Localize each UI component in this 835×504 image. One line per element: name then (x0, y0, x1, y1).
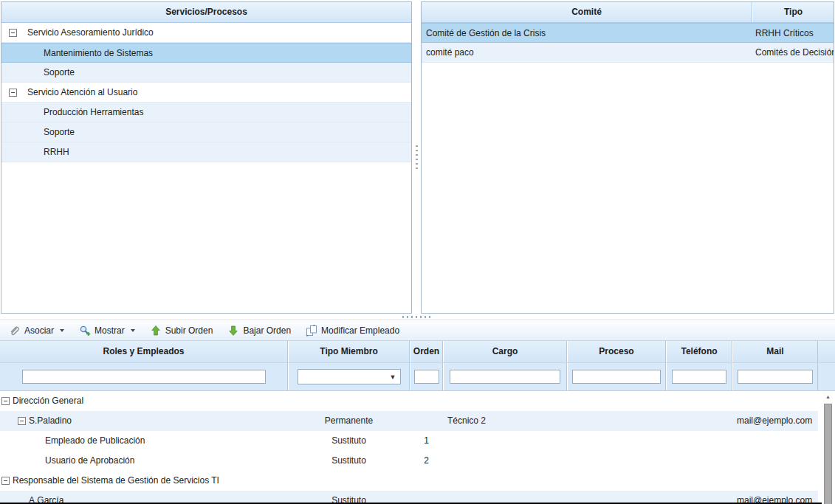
tree-item-label: RRHH (44, 142, 69, 162)
committee-table-header: Comité Tipo (422, 2, 834, 23)
cell-tipo: Comités de Decisión (752, 43, 834, 62)
tipo-miembro-filter-select[interactable]: ▼ (298, 369, 401, 384)
cell-telefono (666, 411, 732, 431)
roles-table-body: Dirección General S.Paladino Permanente (0, 391, 835, 504)
cell-tipo-miembro: Sustituto (288, 431, 410, 451)
cell-orden (410, 411, 443, 431)
services-panel-title: Servicios/Procesos (165, 7, 247, 17)
collapse-icon[interactable] (1, 397, 10, 405)
cell-role-name: Dirección General (13, 391, 83, 411)
cell-comite: comité paco (422, 43, 752, 62)
tree-item[interactable]: Soporte (1, 122, 411, 142)
mostrar-label: Mostrar (95, 325, 125, 336)
cell-telefono (666, 391, 732, 411)
scroll-thumb[interactable] (824, 404, 832, 504)
cell-tipo-miembro (288, 471, 410, 491)
tree-item-label: Mantenimiento de Sistemas (44, 44, 153, 63)
column-header-telefono[interactable]: Teléfono (666, 341, 732, 362)
cell-comite: Comité de Gestión de la Crisis (422, 24, 752, 42)
tree-item[interactable]: Producción Herramientas (1, 103, 411, 122)
table-row[interactable]: Dirección General (0, 391, 818, 411)
cell-role-name: S.Paladino (29, 411, 72, 431)
committee-row[interactable]: Comité de Gestión de la Crisis RRHH Crít… (422, 23, 834, 43)
select-caret-icon: ▼ (390, 373, 396, 381)
bajar-orden-button[interactable]: Bajar Orden (224, 323, 294, 338)
services-panel-header[interactable]: Servicios/Procesos (1, 2, 411, 23)
cargo-filter-input[interactable] (450, 370, 560, 384)
proceso-filter-input[interactable] (572, 370, 661, 384)
cell-proceso (567, 431, 666, 451)
column-header-tipo-miembro[interactable]: Tipo Miembro (288, 341, 410, 362)
column-header-spacer (818, 341, 835, 362)
cell-telefono (666, 431, 732, 451)
collapse-icon[interactable] (18, 417, 26, 425)
dropdown-caret-icon (131, 329, 135, 332)
table-row[interactable]: S.Paladino Permanente Técnico 2 mail@eje… (0, 411, 818, 431)
services-tree: Servicio Asesoramiento Jurídico Mantenim… (1, 23, 411, 162)
vertical-splitter[interactable] (412, 1, 421, 314)
cell-role-name: Empleado de Publicación (45, 431, 145, 451)
splitter-grip-icon (402, 316, 433, 318)
cell-proceso (567, 451, 666, 471)
cell-orden (410, 471, 443, 491)
modificar-empleado-button[interactable]: Modificar Empleado (303, 323, 402, 338)
column-header-comite[interactable]: Comité (422, 2, 752, 22)
column-header-mail[interactable]: Mail (732, 341, 818, 362)
column-header-orden[interactable]: Orden (410, 341, 443, 362)
cell-tipo-miembro (288, 391, 410, 411)
cell-tipo: RRHH Críticos (752, 24, 834, 42)
cell-tipo-miembro: Permanente (288, 411, 410, 431)
tree-item[interactable]: Servicio Asesoramiento Jurídico (1, 23, 411, 43)
cell-mail (732, 451, 818, 471)
tree-item-label: Servicio Atención al Usuario (27, 83, 137, 102)
tree-item[interactable]: Mantenimiento de Sistemas (1, 43, 411, 63)
vertical-scrollbar[interactable]: ▲ (822, 391, 834, 504)
cell-orden: 2 (410, 451, 443, 471)
cell-cargo (443, 451, 567, 471)
column-header-roles[interactable]: Roles y Empleados (0, 341, 288, 362)
cell-orden (410, 391, 443, 411)
committee-row[interactable]: comité paco Comités de Decisión (422, 43, 834, 63)
tree-item-label: Producción Herramientas (44, 103, 143, 122)
subir-orden-label: Subir Orden (165, 325, 213, 336)
table-row[interactable]: Empleado de Publicación Sustituto 1 (0, 431, 818, 451)
table-row[interactable]: Responsable del Sistema de Gestión de Se… (0, 471, 818, 491)
subir-orden-button[interactable]: Subir Orden (147, 323, 216, 338)
tree-item-label: Soporte (44, 63, 75, 82)
roles-table-header: Roles y Empleados Tipo Miembro Orden Car… (0, 341, 835, 363)
tree-item[interactable]: RRHH (1, 142, 411, 162)
collapse-icon[interactable] (9, 29, 17, 37)
mostrar-button[interactable]: Mostrar (76, 323, 138, 338)
orden-filter-input[interactable] (414, 370, 439, 384)
cell-proceso (567, 411, 666, 431)
mail-filter-input[interactable] (738, 370, 813, 384)
column-header-proceso[interactable]: Proceso (567, 341, 666, 362)
top-panels: Servicios/Procesos Servicio Asesoramient… (0, 0, 835, 314)
collapse-icon[interactable] (9, 89, 17, 97)
column-header-tipo[interactable]: Tipo (752, 2, 834, 22)
paperclip-icon (9, 325, 21, 336)
dropdown-caret-icon (60, 329, 64, 332)
arrow-up-icon (150, 325, 162, 336)
cell-mail: mail@ejemplo.com (732, 411, 818, 431)
horizontal-splitter[interactable] (0, 314, 835, 320)
cell-mail (732, 471, 818, 491)
cell-proceso (567, 391, 666, 411)
table-row[interactable]: Usuario de Aprobación Sustituto 2 (0, 451, 818, 471)
roles-filter-input[interactable] (22, 370, 266, 384)
telefono-filter-input[interactable] (672, 370, 726, 384)
tree-item[interactable]: Soporte (1, 63, 411, 83)
asociar-button[interactable]: Asociar (6, 323, 67, 338)
collapse-icon[interactable] (1, 477, 10, 485)
cell-cargo (443, 431, 567, 451)
scroll-up-arrow-icon[interactable]: ▲ (822, 391, 834, 402)
services-panel: Servicios/Procesos Servicio Asesoramient… (1, 1, 412, 314)
cell-cargo (443, 471, 567, 491)
cell-cargo (443, 391, 567, 411)
modificar-empleado-label: Modificar Empleado (321, 325, 399, 336)
edit-employee-icon (306, 325, 317, 336)
cell-tipo-miembro: Sustituto (288, 451, 410, 471)
cell-orden: 1 (410, 431, 443, 451)
column-header-cargo[interactable]: Cargo (443, 341, 567, 362)
tree-item[interactable]: Servicio Atención al Usuario (1, 83, 411, 103)
